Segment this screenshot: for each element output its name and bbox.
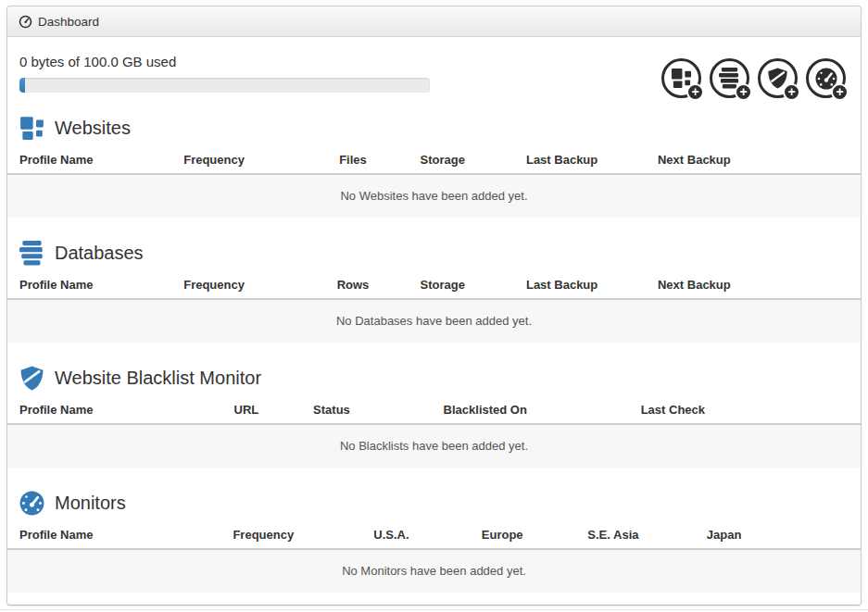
monitors-table: Profile Name Frequency U.S.A. Europe S.E… [7, 519, 861, 593]
panel-body: 0 bytes of 100.0 GB used + [7, 37, 861, 602]
websites-table-header-row: Profile Name Frequency Files Storage Las… [7, 144, 861, 174]
col-storage: Storage [391, 269, 494, 299]
plus-icon: + [831, 83, 849, 101]
next-panel-edge [0, 609, 868, 610]
storage-progress-bar [19, 78, 430, 93]
col-se-asia: S.E. Asia [553, 519, 673, 549]
empty-state-row: No Monitors have been added yet. [7, 549, 861, 593]
websites-table: Profile Name Frequency Files Storage Las… [7, 144, 861, 218]
dashboard-panel: Dashboard 0 bytes of 100.0 GB used + [6, 6, 862, 606]
blacklist-table-header-row: Profile Name URL Status Blacklisted On L… [7, 394, 861, 424]
gauge-icon [19, 491, 44, 516]
databases-table: Profile Name Frequency Rows Storage Last… [7, 269, 861, 343]
empty-state-row: No Blacklists have been added yet. [7, 424, 861, 468]
empty-state-row: No Databases have been added yet. [7, 299, 861, 343]
col-usa: U.S.A. [332, 519, 451, 549]
add-monitor-button[interactable]: + [806, 58, 846, 98]
storage-progress-fill [19, 78, 25, 93]
blacklist-table: Profile Name URL Status Blacklisted On L… [7, 394, 861, 468]
col-url: URL [212, 394, 281, 424]
col-profile-name: Profile Name [7, 519, 195, 549]
col-profile-name: Profile Name [7, 394, 212, 424]
col-last-backup: Last Backup [494, 269, 630, 299]
col-japan: Japan [673, 519, 775, 549]
add-blacklist-monitor-button[interactable]: + [758, 58, 798, 98]
col-next-backup: Next Backup [630, 144, 758, 174]
col-profile-name: Profile Name [7, 144, 178, 174]
empty-state-row: No Websites have been added yet. [7, 174, 861, 218]
plus-icon: + [686, 83, 704, 101]
plus-icon: + [735, 83, 752, 101]
monitors-empty-message: No Monitors have been added yet. [7, 549, 861, 593]
quick-add-toolbar: + + [661, 58, 846, 98]
col-spacer [758, 394, 861, 424]
col-last-check: Last Check [587, 394, 758, 424]
section-monitors: Monitors Profile Name Frequency U.S.A. E… [7, 491, 861, 593]
dashboard-gauge-icon [19, 15, 32, 29]
col-europe: Europe [451, 519, 554, 549]
col-blacklisted-on: Blacklisted On [383, 394, 587, 424]
col-spacer [758, 144, 861, 174]
section-title: Databases [55, 243, 144, 264]
col-spacer [758, 269, 861, 299]
shield-icon [19, 366, 44, 391]
col-frequency: Frequency [178, 269, 314, 299]
col-frequency: Frequency [195, 519, 332, 549]
panel-heading: Dashboard [7, 6, 861, 37]
col-rows: Rows [315, 269, 392, 299]
section-title: Websites [55, 118, 131, 139]
blacklist-empty-message: No Blacklists have been added yet. [7, 424, 861, 468]
col-last-backup: Last Backup [494, 144, 630, 174]
section-title: Monitors [55, 493, 126, 514]
databases-table-header-row: Profile Name Frequency Rows Storage Last… [7, 269, 861, 299]
col-next-backup: Next Backup [630, 269, 758, 299]
websites-empty-message: No Websites have been added yet. [7, 174, 861, 218]
section-websites: Websites Profile Name Frequency Files St… [7, 116, 861, 218]
monitors-table-header-row: Profile Name Frequency U.S.A. Europe S.E… [7, 519, 861, 549]
add-website-button[interactable]: + [661, 58, 701, 98]
grid-icon [19, 116, 44, 141]
databases-empty-message: No Databases have been added yet. [7, 299, 861, 343]
col-files: Files [315, 144, 392, 174]
add-database-button[interactable]: + [710, 58, 749, 98]
section-databases: Databases Profile Name Frequency Rows St… [7, 241, 861, 343]
col-profile-name: Profile Name [7, 269, 178, 299]
col-status: Status [281, 394, 384, 424]
col-storage: Storage [391, 144, 494, 174]
section-title: Website Blacklist Monitor [55, 368, 261, 389]
col-spacer [775, 519, 861, 549]
page-title: Dashboard [38, 15, 99, 29]
col-frequency: Frequency [178, 144, 314, 174]
database-icon [19, 241, 44, 266]
section-blacklist-monitor: Website Blacklist Monitor Profile Name U… [7, 366, 861, 468]
plus-icon: + [783, 83, 800, 101]
